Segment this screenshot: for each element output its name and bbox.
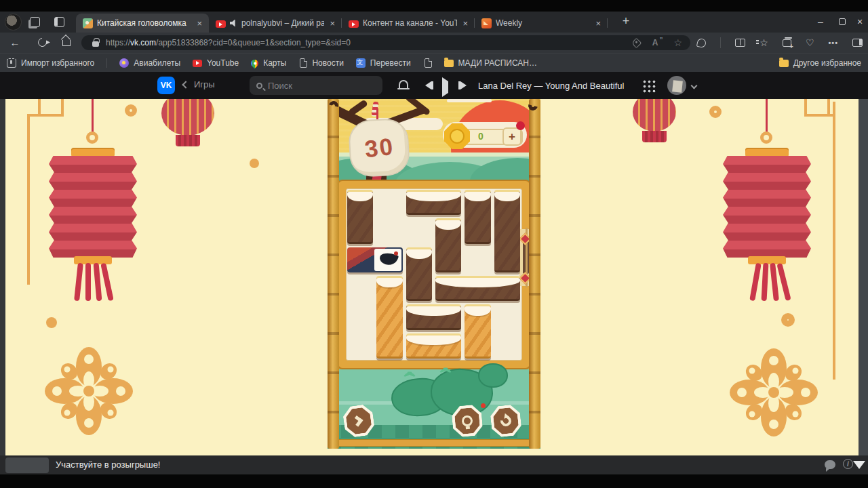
add-coins-button[interactable]: + [502,127,521,146]
browser-tab[interactable]: Контент на канале - YouTube St…× [342,14,475,33]
back-button[interactable]: ← [7,33,23,53]
info-icon[interactable]: i [843,459,853,469]
deco-dot-left-bottom [46,317,57,328]
home-button[interactable] [62,40,71,46]
now-playing-track[interactable]: Lana Del Rey — Young And Beautiful [478,81,624,91]
lily-pad [478,363,508,388]
vk-search-input[interactable]: Поиск [250,76,382,95]
puzzle-block-brown[interactable] [406,304,462,329]
page-scrollbar[interactable] [859,99,868,455]
media-previous-button[interactable] [425,81,433,89]
puzzle-block-key-fish[interactable] [347,247,403,272]
address-bar[interactable]: https://vk.com/app51833868?cid=0&queue=1… [81,35,690,50]
add-favorite-star-icon[interactable]: ☆ [673,37,682,48]
split-screen-icon[interactable] [735,39,745,47]
window-minimize-button[interactable]: – [811,12,830,33]
puzzle-block-brown[interactable] [435,276,520,301]
settings-more-icon[interactable]: ••• [828,39,838,47]
bookmark-item[interactable]: Новости [298,58,343,68]
tab-close-button[interactable]: × [195,18,203,28]
refresh-button[interactable] [36,36,48,48]
collections-icon[interactable] [783,39,791,47]
tab-close-button[interactable]: × [461,18,469,28]
puzzle-block-caramel[interactable] [465,304,490,359]
puzzle-block-brown[interactable] [494,190,520,272]
toolbar-divider [720,37,721,48]
audio-speaker-icon[interactable] [230,20,237,27]
deco-flower-left [43,344,134,438]
favorites-icon[interactable]: ☆ [760,38,768,47]
browser-tab[interactable]: Weekly× [475,14,608,33]
puzzle-block-brown[interactable] [347,190,373,244]
puzzle-block-brown[interactable] [406,190,462,215]
new-tab-button[interactable]: + [617,13,635,30]
restart-icon [498,413,514,429]
extension-icon[interactable] [696,37,707,47]
snow-cap [465,192,490,201]
notifications-bell-icon[interactable] [399,80,408,88]
apps-grid-icon[interactable] [643,80,656,93]
bookmark-other-favorites[interactable]: Другое избранное [779,58,861,68]
url-scheme: https:// [106,38,130,47]
chat-bubble-icon[interactable] [825,460,835,469]
deco-frame-line-right [833,102,835,380]
chevron-down-icon[interactable] [691,83,698,89]
deco-ring-mid-right [781,313,795,327]
puzzle-grid [346,188,522,361]
puzzle-block-caramel[interactable] [376,276,402,359]
tab-close-button[interactable]: × [328,18,336,28]
window-maximize-button[interactable] [833,12,852,33]
browser-tab[interactable]: Китайская головоломка× [76,14,209,33]
lock-icon[interactable] [92,41,99,47]
browser-essentials-icon[interactable]: ♡ [806,37,814,48]
window-close-button[interactable]: × [852,12,868,33]
youtube-favicon [349,20,359,28]
dragonfly [403,371,414,377]
youtube-icon [193,60,202,67]
bookmark-item[interactable]: Авиабилеты [119,58,180,68]
bookmark-item[interactable] [423,58,432,68]
workspaces-icon[interactable] [30,17,40,27]
snow-cap [465,306,490,316]
snow-cap [406,336,462,345]
snow-cap [347,192,373,201]
tab-close-button[interactable]: × [594,18,602,28]
search-placeholder: Поиск [268,81,292,91]
shopping-tag-icon[interactable] [631,37,642,48]
bookmark-item[interactable]: Перевести [356,58,411,68]
game-pond [328,369,540,449]
notification-thumbnail[interactable] [5,458,49,473]
deco-spiral-left [38,99,64,117]
read-aloud-icon[interactable]: A [652,38,662,47]
bookmark-label: Перевести [370,58,411,68]
puzzle-block-brown[interactable] [465,190,490,244]
chevron-right-icon [352,415,363,427]
vk-user-avatar[interactable] [667,76,686,95]
coin-count: 0 [478,131,484,142]
sidebar-toggle-icon[interactable] [852,39,863,47]
vk-logo[interactable]: VK [157,77,175,94]
bookmark-item[interactable]: YouTube [193,58,239,68]
media-play-button[interactable] [442,81,448,94]
round-lantern-left [161,99,214,136]
tab-list: Китайская головоломка×polnalyubvi – Дики… [76,12,608,33]
deco-spiral-right [804,99,830,117]
bookmark-item[interactable]: Импорт избранного [7,58,94,68]
bookmark-item[interactable]: МАДИ РАСПИСАН… [444,58,537,68]
puzzle-block-brown[interactable] [406,247,432,302]
bookmark-list: Импорт избранногоАвиабилетыYouTubeКартыН… [7,58,537,68]
lightbulb-icon [461,415,473,426]
browser-tab[interactable]: polnalyubvi – Дикий райск…× [209,14,342,33]
puzzle-block-caramel[interactable] [406,333,462,359]
chevron-left-icon [182,81,189,88]
puzzle-block-brown[interactable] [435,218,461,272]
deco-ring-top-right [709,106,722,118]
bookmark-item[interactable]: Карты [251,58,286,68]
page-left-gutter [0,99,5,455]
media-next-button[interactable] [458,81,467,89]
scroll-down-arrow-icon[interactable] [853,461,865,469]
vk-back-link[interactable]: Игры [183,79,215,89]
tab-actions-icon[interactable] [54,17,64,27]
browser-profile-avatar[interactable] [5,14,22,30]
bookmark-label: Другое избранное [793,58,861,68]
